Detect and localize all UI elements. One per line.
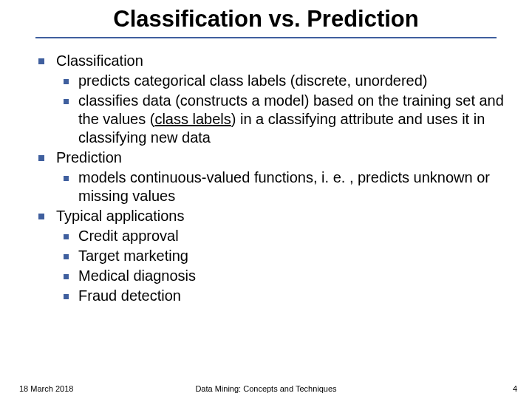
slide-title: Classification vs. Prediction bbox=[0, 6, 532, 37]
list-item-text: Fraud detection bbox=[78, 287, 181, 304]
page-number: 4 bbox=[513, 384, 517, 393]
list-item-label: Prediction bbox=[56, 149, 122, 166]
list-item: Medical diagnosis bbox=[56, 267, 510, 285]
list-item: classifies data (constructs a model) bas… bbox=[56, 92, 510, 147]
list-item-text: predicts categorical class labels (discr… bbox=[78, 72, 427, 89]
list-item-text: Target marketing bbox=[78, 248, 188, 264]
list-item-text: Credit approval bbox=[78, 228, 179, 244]
emphasized-term: class labels bbox=[154, 111, 231, 127]
list-item: Typical applications Credit approval Tar… bbox=[31, 207, 510, 305]
footer-title: Data Mining: Concepts and Techniques bbox=[0, 384, 532, 393]
list-item: Prediction models continuous-valued func… bbox=[31, 149, 510, 205]
list-item-text: Medical diagnosis bbox=[78, 267, 196, 284]
slide: Classification vs. Prediction Classifica… bbox=[0, 0, 532, 399]
list-item: Classification predicts categorical clas… bbox=[31, 52, 510, 147]
list-item-label: Typical applications bbox=[56, 208, 184, 224]
list-item: models continuous-valued functions, i. e… bbox=[56, 168, 510, 205]
list-item: Credit approval bbox=[56, 227, 510, 245]
list-item: Fraud detection bbox=[56, 287, 510, 305]
slide-body: Classification predicts categorical clas… bbox=[0, 38, 532, 305]
list-item: Target marketing bbox=[56, 247, 510, 265]
bullet-list: Classification predicts categorical clas… bbox=[31, 52, 510, 305]
list-item: predicts categorical class labels (discr… bbox=[56, 72, 510, 90]
list-item-text: models continuous-valued functions, i. e… bbox=[78, 169, 490, 204]
list-item-label: Classification bbox=[56, 52, 143, 69]
